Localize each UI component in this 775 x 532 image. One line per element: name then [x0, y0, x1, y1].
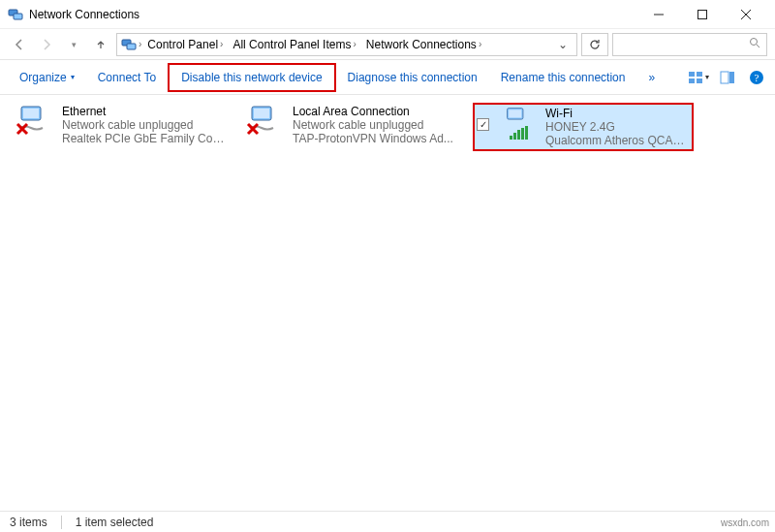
wifi-signal-icon	[510, 126, 528, 140]
chevron-right-icon[interactable]: ›	[139, 39, 141, 49]
network-connections-icon	[8, 7, 23, 22]
connection-item-wifi[interactable]: ✓ Wi-Fi HONEY 2.4G Qualcomm Atheros QCA9…	[473, 103, 694, 151]
breadcrumb-segment[interactable]: All Control Panel Items ›	[229, 38, 359, 51]
connection-device: Realtek PCIe GbE Family Cont...	[62, 132, 229, 145]
view-options-button[interactable]: ▾	[688, 67, 709, 88]
svg-rect-8	[689, 78, 695, 83]
connection-name: Wi-Fi	[545, 107, 690, 120]
chevron-right-icon[interactable]: ›	[220, 39, 223, 49]
connection-item-ethernet[interactable]: Ethernet Network cable unplugged Realtek…	[12, 103, 231, 147]
selection-checkbox[interactable]: ✓	[477, 118, 489, 131]
search-icon	[749, 37, 760, 51]
forward-button[interactable]	[35, 33, 58, 56]
address-dropdown-button[interactable]: ⌄	[553, 38, 573, 51]
selection-count: 1 item selected	[76, 516, 154, 529]
overflow-button[interactable]: »	[636, 65, 666, 90]
window-controls	[636, 0, 767, 29]
connection-status: Network cable unplugged	[62, 118, 229, 132]
connection-name: Local Area Connection	[293, 105, 459, 118]
connection-icon	[14, 105, 56, 136]
chevron-down-icon: ▾	[71, 73, 75, 81]
chevron-right-icon[interactable]: ›	[353, 39, 356, 49]
control-panel-icon	[121, 37, 137, 52]
svg-rect-7	[697, 72, 702, 77]
connection-device: Qualcomm Atheros QCA9377...	[545, 134, 690, 147]
connection-item-local-area[interactable]: Local Area Connection Network cable unpl…	[242, 103, 461, 147]
back-button[interactable]	[8, 33, 31, 56]
breadcrumb[interactable]: › Control Panel › All Control Panel Item…	[116, 33, 577, 56]
watermark: wsxdn.com	[721, 517, 769, 528]
disable-device-button[interactable]: Disable this network device	[168, 63, 335, 92]
command-bar: Organize ▾ Connect To Disable this netwo…	[0, 60, 775, 95]
svg-rect-6	[689, 72, 695, 77]
chevron-right-icon[interactable]: ›	[479, 39, 481, 49]
connect-to-button[interactable]: Connect To	[86, 65, 169, 90]
svg-rect-4	[127, 44, 136, 49]
rename-button[interactable]: Rename this connection	[489, 65, 637, 90]
address-bar: ▾ › Control Panel › All Control Panel It…	[0, 29, 775, 60]
diagnose-button[interactable]: Diagnose this connection	[336, 65, 489, 90]
svg-rect-1	[14, 14, 22, 19]
connection-device: TAP-ProtonVPN Windows Ad...	[293, 132, 459, 145]
connection-icon	[244, 105, 287, 136]
item-count: 3 items	[10, 516, 47, 529]
up-button[interactable]	[89, 33, 112, 56]
breadcrumb-segment[interactable]: Control Panel ›	[143, 38, 227, 51]
svg-point-5	[751, 39, 758, 46]
breadcrumb-segment[interactable]: Network Connections ›	[362, 38, 485, 51]
recent-locations-button[interactable]: ▾	[62, 33, 85, 56]
connection-name: Ethernet	[62, 105, 229, 118]
view-controls: ▾ ?	[688, 67, 767, 88]
connection-network: HONEY 2.4G	[545, 120, 690, 134]
window-title: Network Connections	[29, 8, 140, 21]
svg-text:?: ?	[755, 72, 760, 83]
titlebar: Network Connections	[0, 0, 775, 29]
svg-rect-19	[509, 110, 521, 117]
svg-rect-15	[23, 109, 39, 118]
connection-status: Network cable unplugged	[293, 118, 459, 132]
svg-rect-9	[697, 78, 702, 83]
window-title-area: Network Connections	[8, 7, 636, 22]
organize-button[interactable]: Organize ▾	[8, 65, 86, 90]
search-input[interactable]	[612, 33, 767, 56]
minimize-button[interactable]	[636, 0, 680, 29]
close-button[interactable]	[724, 0, 767, 29]
connection-icon	[497, 107, 540, 140]
svg-rect-2	[698, 10, 706, 18]
svg-rect-17	[254, 109, 269, 118]
preview-pane-button[interactable]	[717, 67, 738, 88]
status-bar: 3 items 1 item selected	[0, 511, 775, 532]
refresh-button[interactable]	[581, 33, 608, 56]
chevron-down-icon: ▾	[705, 73, 709, 81]
maximize-button[interactable]	[680, 0, 724, 29]
svg-rect-10	[721, 72, 728, 83]
help-button[interactable]: ?	[746, 67, 767, 88]
content-area: Ethernet Network cable unplugged Realtek…	[0, 95, 775, 159]
svg-rect-11	[729, 72, 734, 83]
